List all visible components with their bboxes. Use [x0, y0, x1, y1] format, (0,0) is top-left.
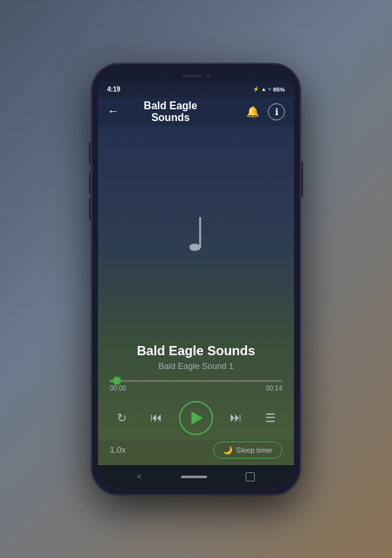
speaker	[182, 75, 201, 77]
playback-speed[interactable]: 1.0x	[110, 445, 126, 455]
queue-button[interactable]: ☰	[259, 406, 282, 430]
home-nav-icon[interactable]	[181, 476, 207, 478]
notification-bell-icon[interactable]: 🔔	[244, 103, 261, 120]
nav-action-icons: 🔔 ℹ	[244, 103, 285, 120]
camera	[206, 74, 210, 78]
sleep-timer-label: Sleep timer	[236, 446, 272, 454]
status-time: 4:19	[107, 86, 120, 93]
status-icons: ⚡ ▲ ≈ 85%	[253, 86, 285, 93]
track-info: Bald Eagle Sounds Bald Eagle Sound 1	[123, 343, 268, 380]
album-art-area: ♩	[186, 126, 207, 343]
bottom-section: 1.0x 🌙 Sleep timer	[98, 440, 294, 465]
controls-section: ↻ ⏮ ⏭ ☰	[98, 396, 294, 440]
progress-fill	[110, 380, 117, 382]
track-subtitle: Bald Eagle Sound 1	[137, 361, 255, 371]
wifi-icon: ≈	[269, 86, 271, 92]
music-note-icon: ♩	[186, 212, 207, 258]
repeat-button[interactable]: ↻	[110, 406, 133, 430]
play-icon	[191, 411, 203, 425]
notch-area	[98, 70, 294, 82]
progress-bar[interactable]	[110, 380, 282, 382]
back-button[interactable]: ←	[107, 105, 119, 118]
notch	[170, 71, 222, 80]
progress-thumb	[113, 377, 121, 385]
back-nav-icon[interactable]: <	[137, 472, 142, 481]
moon-icon: 🌙	[223, 445, 233, 455]
previous-button[interactable]: ⏮	[144, 406, 168, 430]
info-icon[interactable]: ℹ	[268, 103, 285, 120]
phone-bottom-nav: <	[98, 465, 294, 489]
signal-icon: ▲	[261, 86, 267, 92]
navigation-bar: ← Bald Eagle Sounds 🔔 ℹ	[98, 97, 294, 126]
bluetooth-icon: ⚡	[253, 86, 259, 92]
progress-section: 00:00 00:14	[98, 380, 294, 396]
next-button[interactable]: ⏭	[224, 406, 248, 430]
phone-screen: 4:19 ⚡ ▲ ≈ 85% ← Bald Eagle Sounds 🔔 ℹ ♩	[98, 70, 294, 489]
total-time: 00:14	[266, 385, 282, 392]
page-title: Bald Eagle Sounds	[129, 100, 212, 124]
recents-nav-icon[interactable]	[246, 472, 255, 481]
sleep-timer-button[interactable]: 🌙 Sleep timer	[213, 442, 282, 459]
progress-times: 00:00 00:14	[110, 385, 282, 392]
status-bar: 4:19 ⚡ ▲ ≈ 85%	[98, 82, 294, 97]
phone-frame: 4:19 ⚡ ▲ ≈ 85% ← Bald Eagle Sounds 🔔 ℹ ♩	[91, 63, 301, 495]
current-time: 00:00	[110, 385, 126, 392]
main-content: ♩ Bald Eagle Sounds Bald Eagle Sound 1 0…	[98, 126, 294, 465]
play-button[interactable]	[179, 401, 213, 435]
track-title: Bald Eagle Sounds	[137, 343, 255, 358]
battery-level: 85%	[273, 86, 285, 93]
